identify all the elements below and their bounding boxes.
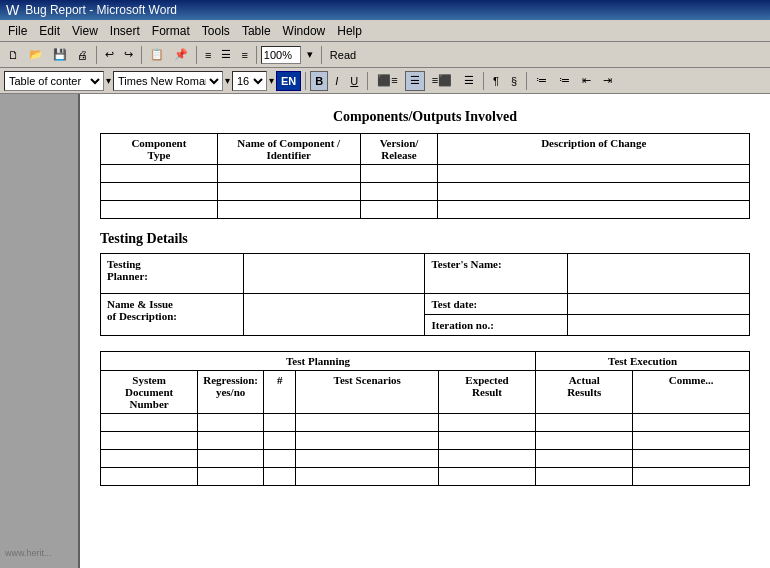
sep-f3	[483, 72, 484, 90]
table-row	[101, 201, 750, 219]
redo-button[interactable]: ↪	[120, 45, 137, 65]
sep-fmt3: ▾	[269, 75, 274, 86]
table-row	[101, 165, 750, 183]
bold-button[interactable]: B	[310, 71, 328, 91]
section2-title: Testing Details	[100, 231, 750, 247]
table-row	[101, 414, 750, 432]
table-row: TestingPlanner: Tester's Name:	[101, 254, 750, 294]
numbering-btn[interactable]: ≔	[554, 71, 575, 91]
table-row	[101, 468, 750, 486]
testing-planner-label: TestingPlanner:	[101, 254, 244, 294]
sep5	[321, 46, 322, 64]
menu-help[interactable]: Help	[331, 22, 368, 40]
tester-name-label: Tester's Name:	[425, 254, 568, 294]
sep4	[256, 46, 257, 64]
open-button[interactable]: 📂	[25, 45, 47, 65]
header-version: Version/Release	[360, 134, 438, 165]
test-execution-header: Test Execution	[536, 352, 750, 371]
save-button[interactable]: 💾	[49, 45, 71, 65]
watermark: www.herit...	[5, 548, 52, 558]
align-center[interactable]: ☰	[217, 45, 235, 65]
paste-button[interactable]: 📌	[170, 45, 192, 65]
underline-button[interactable]: U	[345, 71, 363, 91]
header-hash: #	[264, 371, 296, 414]
header-comments: Comme...	[633, 371, 750, 414]
align-center-btn[interactable]: ☰	[405, 71, 425, 91]
sep-f1	[305, 72, 306, 90]
sep-fmt2: ▾	[225, 75, 230, 86]
header-desc: Description of Change	[438, 134, 750, 165]
title-bar: W Bug Report - Microsoft Word	[0, 0, 770, 20]
iteration-label: Iteration no.:	[425, 315, 568, 336]
justify-btn[interactable]: ☰	[459, 71, 479, 91]
align-left-btn[interactable]: ⬛≡	[372, 71, 402, 91]
table-row	[101, 183, 750, 201]
indent-increase[interactable]: ⇥	[598, 71, 617, 91]
new-button[interactable]: 🗋	[4, 45, 23, 65]
left-panel: www.herit...	[0, 94, 80, 568]
align-left[interactable]: ≡	[201, 45, 215, 65]
name-issue-label: Name & Issueof Description:	[101, 294, 244, 336]
table-row: Test Planning Test Execution	[101, 352, 750, 371]
bullets-btn[interactable]: ≔	[531, 71, 552, 91]
section1-title: Components/Outputs Involved	[100, 109, 750, 125]
menu-table[interactable]: Table	[236, 22, 277, 40]
word-icon: W	[6, 2, 19, 18]
document-area[interactable]: Components/Outputs Involved ComponentTyp…	[80, 94, 770, 568]
print-button[interactable]: 🖨	[73, 45, 92, 65]
menu-window[interactable]: Window	[277, 22, 332, 40]
italic-button[interactable]: I	[330, 71, 343, 91]
paragraph-btn[interactable]: ¶	[488, 71, 504, 91]
table-row	[101, 432, 750, 450]
menu-edit[interactable]: Edit	[33, 22, 66, 40]
menu-insert[interactable]: Insert	[104, 22, 146, 40]
header-scenarios: Test Scenarios	[296, 371, 439, 414]
header-component: ComponentType	[101, 134, 218, 165]
sep-f2	[367, 72, 368, 90]
title-text: Bug Report - Microsoft Word	[25, 3, 177, 17]
test-planning-header: Test Planning	[101, 352, 536, 371]
sep3	[196, 46, 197, 64]
name-issue-value[interactable]	[243, 294, 425, 336]
sep-fmt1: ▾	[106, 75, 111, 86]
pilcrow-btn[interactable]: §	[506, 71, 522, 91]
menu-file[interactable]: File	[2, 22, 33, 40]
align-right-btn[interactable]: ≡⬛	[427, 71, 457, 91]
table-row	[101, 450, 750, 468]
testing-details-table: TestingPlanner: Tester's Name: Name & Is…	[100, 253, 750, 336]
main-area: www.herit... Components/Outputs Involved…	[0, 94, 770, 568]
undo-button[interactable]: ↩	[101, 45, 118, 65]
menu-bar: File Edit View Insert Format Tools Table…	[0, 20, 770, 42]
header-sysdoc: SystemDocumentNumber	[101, 371, 198, 414]
format-toolbar: Table of conter ▾ Times New Roman ▾ 16 ▾…	[0, 68, 770, 94]
indent-decrease[interactable]: ⇤	[577, 71, 596, 91]
iteration-value[interactable]	[568, 315, 750, 336]
header-name: Name of Component /Identifier	[217, 134, 360, 165]
test-date-label: Test date:	[425, 294, 568, 315]
language-button[interactable]: EN	[276, 71, 301, 91]
header-actual: ActualResults	[536, 371, 633, 414]
menu-format[interactable]: Format	[146, 22, 196, 40]
menu-view[interactable]: View	[66, 22, 104, 40]
testing-planner-value[interactable]	[243, 254, 425, 294]
header-expected: ExpectedResult	[438, 371, 535, 414]
zoom-input[interactable]	[261, 46, 301, 64]
test-planning-table: Test Planning Test Execution SystemDocum…	[100, 351, 750, 486]
align-right[interactable]: ≡	[237, 45, 251, 65]
standard-toolbar: 🗋 📂 💾 🖨 ↩ ↪ 📋 📌 ≡ ☰ ≡ ▾ Read	[0, 42, 770, 68]
style-select[interactable]: Table of conter	[4, 71, 104, 91]
sep1	[96, 46, 97, 64]
size-select[interactable]: 16	[232, 71, 267, 91]
table-row: SystemDocumentNumber Regression:yes/no #…	[101, 371, 750, 414]
menu-tools[interactable]: Tools	[196, 22, 236, 40]
test-date-value[interactable]	[568, 294, 750, 315]
font-select[interactable]: Times New Roman	[113, 71, 223, 91]
copy-button[interactable]: 📋	[146, 45, 168, 65]
tester-name-value[interactable]	[568, 254, 750, 294]
table-row: Name & Issueof Description: Test date:	[101, 294, 750, 315]
sep2	[141, 46, 142, 64]
components-table: ComponentType Name of Component /Identif…	[100, 133, 750, 219]
zoom-dropdown[interactable]: ▾	[303, 45, 317, 65]
sep-f4	[526, 72, 527, 90]
read-button[interactable]: Read	[326, 45, 360, 65]
